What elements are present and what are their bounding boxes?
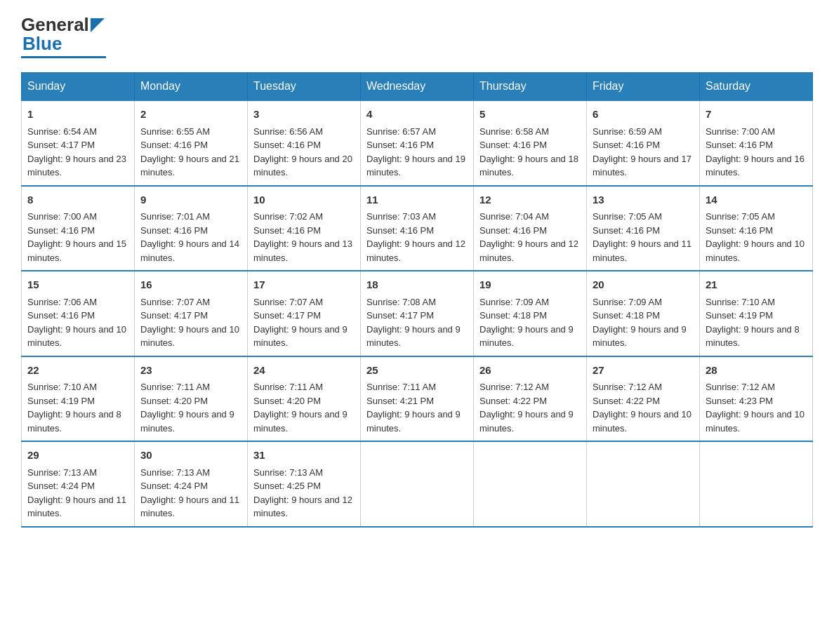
- day-number: 26: [479, 363, 581, 379]
- calendar-cell: 22Sunrise: 7:10 AMSunset: 4:19 PMDayligh…: [22, 356, 135, 442]
- logo-underline: [21, 56, 106, 58]
- day-number: 22: [27, 363, 128, 379]
- calendar-cell: [700, 441, 813, 527]
- calendar-cell: 14Sunrise: 7:05 AMSunset: 4:16 PMDayligh…: [700, 186, 813, 271]
- calendar-cell: 10Sunrise: 7:02 AMSunset: 4:16 PMDayligh…: [248, 186, 361, 271]
- day-number: 11: [366, 192, 468, 208]
- calendar-header-saturday: Saturday: [700, 73, 813, 101]
- day-number: 23: [140, 363, 241, 379]
- day-number: 17: [253, 277, 355, 293]
- calendar-cell: 1Sunrise: 6:54 AMSunset: 4:17 PMDaylight…: [22, 100, 135, 186]
- calendar-cell: 27Sunrise: 7:12 AMSunset: 4:22 PMDayligh…: [587, 356, 700, 442]
- logo-triangle-icon: [91, 18, 105, 32]
- day-number: 13: [593, 192, 694, 208]
- calendar-week-row: 22Sunrise: 7:10 AMSunset: 4:19 PMDayligh…: [22, 356, 813, 442]
- calendar-cell: 23Sunrise: 7:11 AMSunset: 4:20 PMDayligh…: [135, 356, 248, 442]
- calendar-header-row: SundayMondayTuesdayWednesdayThursdayFrid…: [22, 73, 813, 101]
- calendar-header-tuesday: Tuesday: [248, 73, 361, 101]
- page-header: General Blue: [21, 14, 813, 58]
- day-number: 1: [27, 107, 128, 123]
- day-number: 15: [27, 277, 128, 293]
- day-number: 21: [706, 277, 807, 293]
- day-number: 27: [593, 363, 694, 379]
- calendar-cell: 7Sunrise: 7:00 AMSunset: 4:16 PMDaylight…: [700, 100, 813, 186]
- day-number: 7: [706, 107, 807, 123]
- day-number: 14: [706, 192, 807, 208]
- day-number: 16: [140, 277, 241, 293]
- calendar-header-thursday: Thursday: [474, 73, 587, 101]
- calendar-cell: 24Sunrise: 7:11 AMSunset: 4:20 PMDayligh…: [248, 356, 361, 442]
- calendar-cell: 31Sunrise: 7:13 AMSunset: 4:25 PMDayligh…: [248, 441, 361, 527]
- calendar-cell: 12Sunrise: 7:04 AMSunset: 4:16 PMDayligh…: [474, 186, 587, 271]
- calendar-cell: 29Sunrise: 7:13 AMSunset: 4:24 PMDayligh…: [22, 441, 135, 527]
- logo: General Blue: [21, 14, 106, 58]
- day-number: 28: [706, 363, 807, 379]
- day-number: 20: [593, 277, 694, 293]
- calendar-cell: 4Sunrise: 6:57 AMSunset: 4:16 PMDaylight…: [361, 100, 474, 186]
- calendar-cell: 5Sunrise: 6:58 AMSunset: 4:16 PMDaylight…: [474, 100, 587, 186]
- calendar-week-row: 15Sunrise: 7:06 AMSunset: 4:16 PMDayligh…: [22, 271, 813, 356]
- calendar-header-friday: Friday: [587, 73, 700, 101]
- day-number: 3: [253, 107, 355, 123]
- calendar-cell: 28Sunrise: 7:12 AMSunset: 4:23 PMDayligh…: [700, 356, 813, 442]
- calendar-cell: 20Sunrise: 7:09 AMSunset: 4:18 PMDayligh…: [587, 271, 700, 356]
- calendar-cell: 11Sunrise: 7:03 AMSunset: 4:16 PMDayligh…: [361, 186, 474, 271]
- day-number: 2: [140, 107, 241, 123]
- day-number: 8: [27, 192, 128, 208]
- calendar-table: SundayMondayTuesdayWednesdayThursdayFrid…: [21, 72, 813, 528]
- calendar-cell: 13Sunrise: 7:05 AMSunset: 4:16 PMDayligh…: [587, 186, 700, 271]
- calendar-cell: [361, 441, 474, 527]
- day-number: 9: [140, 192, 241, 208]
- day-number: 31: [253, 448, 355, 464]
- calendar-cell: 17Sunrise: 7:07 AMSunset: 4:17 PMDayligh…: [248, 271, 361, 356]
- calendar-cell: 3Sunrise: 6:56 AMSunset: 4:16 PMDaylight…: [248, 100, 361, 186]
- logo-blue-text: Blue: [22, 33, 62, 55]
- calendar-week-row: 29Sunrise: 7:13 AMSunset: 4:24 PMDayligh…: [22, 441, 813, 527]
- calendar-cell: 18Sunrise: 7:08 AMSunset: 4:17 PMDayligh…: [361, 271, 474, 356]
- calendar-cell: [587, 441, 700, 527]
- day-number: 25: [366, 363, 468, 379]
- calendar-cell: [474, 441, 587, 527]
- day-number: 4: [366, 107, 468, 123]
- calendar-week-row: 8Sunrise: 7:00 AMSunset: 4:16 PMDaylight…: [22, 186, 813, 271]
- day-number: 12: [479, 192, 581, 208]
- calendar-cell: 26Sunrise: 7:12 AMSunset: 4:22 PMDayligh…: [474, 356, 587, 442]
- calendar-cell: 19Sunrise: 7:09 AMSunset: 4:18 PMDayligh…: [474, 271, 587, 356]
- calendar-cell: 16Sunrise: 7:07 AMSunset: 4:17 PMDayligh…: [135, 271, 248, 356]
- calendar-cell: 21Sunrise: 7:10 AMSunset: 4:19 PMDayligh…: [700, 271, 813, 356]
- calendar-header-monday: Monday: [135, 73, 248, 101]
- day-number: 5: [479, 107, 581, 123]
- calendar-cell: 9Sunrise: 7:01 AMSunset: 4:16 PMDaylight…: [135, 186, 248, 271]
- day-number: 10: [253, 192, 355, 208]
- calendar-cell: 25Sunrise: 7:11 AMSunset: 4:21 PMDayligh…: [361, 356, 474, 442]
- calendar-cell: 30Sunrise: 7:13 AMSunset: 4:24 PMDayligh…: [135, 441, 248, 527]
- day-number: 30: [140, 448, 241, 464]
- day-number: 24: [253, 363, 355, 379]
- calendar-cell: 6Sunrise: 6:59 AMSunset: 4:16 PMDaylight…: [587, 100, 700, 186]
- calendar-week-row: 1Sunrise: 6:54 AMSunset: 4:17 PMDaylight…: [22, 100, 813, 186]
- calendar-cell: 15Sunrise: 7:06 AMSunset: 4:16 PMDayligh…: [22, 271, 135, 356]
- calendar-header-sunday: Sunday: [22, 73, 135, 101]
- day-number: 19: [479, 277, 581, 293]
- day-number: 18: [366, 277, 468, 293]
- calendar-header-wednesday: Wednesday: [361, 73, 474, 101]
- day-number: 29: [27, 448, 128, 464]
- calendar-cell: 8Sunrise: 7:00 AMSunset: 4:16 PMDaylight…: [22, 186, 135, 271]
- calendar-cell: 2Sunrise: 6:55 AMSunset: 4:16 PMDaylight…: [135, 100, 248, 186]
- day-number: 6: [593, 107, 694, 123]
